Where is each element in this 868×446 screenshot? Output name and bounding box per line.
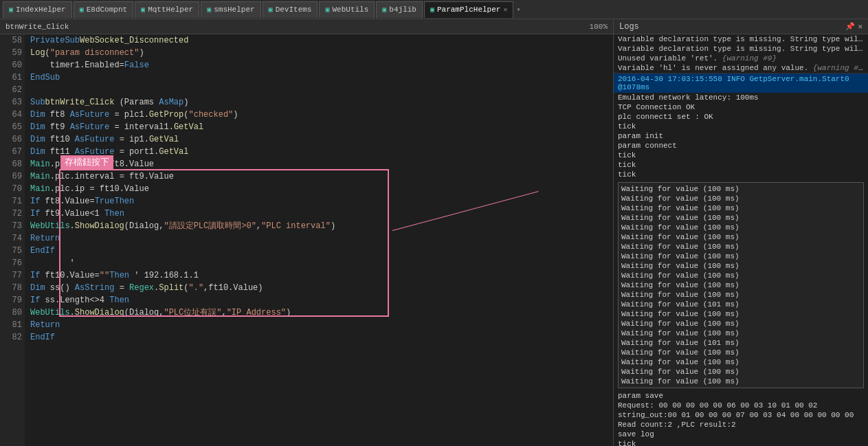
waiting-line: Waiting for value (100 ms) <box>621 232 860 242</box>
code-line: Main.plc.ip = ft10.Value <box>30 183 608 195</box>
bottom-log-section: param saveRequest: 00 00 00 00 00 06 00 … <box>614 391 868 446</box>
waiting-line: Waiting for value (101 ms) <box>621 338 860 348</box>
log-line: tick <box>614 160 868 170</box>
code-line: If ft9.Value<1 Then <box>30 208 608 220</box>
tab-e8dcompnt[interactable]: ▣ E8dCompnt <box>74 1 133 18</box>
code-content[interactable]: 存檔鈕按下 Private Sub WebSocket_Disconnected… <box>25 34 613 446</box>
code-line: Log("param disconnect") <box>30 47 608 59</box>
bottom-log-line: save log <box>614 430 868 439</box>
tab-indexhelper[interactable]: ▣ IndexHelper <box>3 1 72 18</box>
tab-label-webutils: WebUtils <box>332 5 368 14</box>
warnings-section: Variable declaration type is missing. St… <box>614 34 868 74</box>
waiting-box: Waiting for value (100 ms)Waiting for va… <box>618 182 864 388</box>
waiting-line: Waiting for value (100 ms) <box>621 357 860 367</box>
waiting-line: Waiting for value (100 ms) <box>621 328 860 338</box>
tab-icon-b4jlib: ▣ <box>382 5 386 14</box>
warning-line: Variable declaration type is missing. St… <box>614 44 868 54</box>
log-line: tick <box>614 150 868 160</box>
code-line: WebUtils.ShowDialog(Dialog,"PLC位址有誤","IP… <box>30 306 608 319</box>
waiting-line: Waiting for value (100 ms) <box>621 184 860 194</box>
warning-line: Variable declaration type is missing. St… <box>614 34 868 44</box>
logs-pin-icon[interactable]: 📌 <box>845 22 855 31</box>
waiting-line: Waiting for value (100 ms) <box>621 252 860 261</box>
tab-paramplchelper[interactable]: ▣ ParamPlcHelper ✕ <box>424 1 513 18</box>
logs-title: Logs <box>619 22 639 32</box>
code-line: Dim ft10 As Future = ip1.GetVal <box>30 133 608 146</box>
waiting-line: Waiting for value (100 ms) <box>621 309 860 319</box>
code-line: If ss.Length<>4 Then <box>30 294 608 306</box>
waiting-line: Waiting for value (100 ms) <box>621 280 860 290</box>
logs-body[interactable]: Variable declaration type is missing. St… <box>614 34 868 446</box>
waiting-line: Waiting for value (100 ms) <box>621 261 860 271</box>
waiting-line: Waiting for value (100 ms) <box>621 290 860 300</box>
code-line: End Sub <box>30 71 608 84</box>
log-line: param init <box>614 131 868 141</box>
tab-icon-webutils: ▣ <box>325 5 329 14</box>
tab-label-e8dcompnt: E8dCompnt <box>87 5 127 14</box>
code-line: Return <box>30 232 608 245</box>
bottom-log-line: Request: 00 00 00 00 00 06 00 03 10 01 0… <box>614 401 868 410</box>
waiting-line: Waiting for value (100 ms) <box>621 367 860 377</box>
code-panel: btnWrite_Click 100% 58596061626364656667… <box>0 19 614 446</box>
code-line: Main.plc.interval = ft9.Value <box>30 170 608 183</box>
log-lines-section: Emulated network latency: 100msTCP Conne… <box>614 93 868 179</box>
code-line: ' <box>30 257 608 269</box>
tab-icon-devitems: ▣ <box>269 5 273 14</box>
bottom-log-line: Read count:2 ,PLC result:2 <box>614 420 868 430</box>
tab-close-paramplchelper[interactable]: ✕ <box>503 5 507 14</box>
tab-label-paramplchelper: ParamPlcHelper <box>437 5 500 14</box>
log-line: Emulated network latency: 100ms <box>614 93 868 102</box>
tab-icon-smshelper: ▣ <box>207 5 211 14</box>
code-line: Return <box>30 319 608 331</box>
timestamp-line: 2016-04-30 17:03:15:558 INFO GetpServer.… <box>614 74 868 93</box>
tab-label-mqtthelper: MqttHelper <box>148 5 193 14</box>
code-line: If ft8.Value=True Then <box>30 195 608 208</box>
code-filename: btnWrite_Click <box>5 23 69 31</box>
code-line: Dim ft11 As Future = port1.GetVal <box>30 146 608 158</box>
bottom-log-line: param save <box>614 391 868 401</box>
tab-dropdown-button[interactable]: ▾ <box>516 5 520 14</box>
warning-line: Variable 'hl' is never assigned any valu… <box>614 63 868 73</box>
tab-label-smshelper: smsHelper <box>214 5 254 14</box>
line-numbers: 5859606162636465666768697071727374757677… <box>0 34 25 446</box>
code-line: timer1.Enabled=False <box>30 59 608 71</box>
tab-devitems[interactable]: ▣ DevItems <box>263 1 318 18</box>
code-line: Dim ft8 As Future = plc1.GetProp("checke… <box>30 109 608 121</box>
zoom-level: 100% <box>590 23 608 31</box>
tab-bar: ▣ IndexHelper ▣ E8dCompnt ▣ MqttHelper ▣… <box>0 0 868 19</box>
waiting-line: Waiting for value (100 ms) <box>621 271 860 280</box>
tab-label-b4jlib: b4jlib <box>389 5 416 14</box>
logs-panel: Logs 📌 ✕ Variable declaration type is mi… <box>614 19 868 446</box>
log-line: tick <box>614 170 868 179</box>
tab-b4jlib[interactable]: ▣ b4jlib <box>376 1 423 18</box>
tab-mqtthelper[interactable]: ▣ MqttHelper <box>135 1 199 18</box>
code-line: Private Sub WebSocket_Disconnected <box>30 34 608 47</box>
code-line: Dim ss() As String = Regex.Split(".",ft1… <box>30 282 608 294</box>
logs-header-icons: 📌 ✕ <box>845 22 863 31</box>
tab-icon-indexhelper: ▣ <box>9 5 13 14</box>
code-line: Dim ft9 As Future = interval1.GetVal <box>30 121 608 133</box>
waiting-line: Waiting for value (100 ms) <box>621 377 860 386</box>
waiting-line: Waiting for value (100 ms) <box>621 194 860 203</box>
logs-close-icon[interactable]: ✕ <box>858 22 863 31</box>
tab-webutils[interactable]: ▣ WebUtils <box>319 1 375 18</box>
waiting-line: Waiting for value (101 ms) <box>621 300 860 309</box>
code-body: 5859606162636465666768697071727374757677… <box>0 34 613 446</box>
code-line: Sub btnWrite_Click (Params As Map) <box>30 96 608 109</box>
code-line: End If <box>30 331 608 344</box>
warning-line: Unused variable 'ret'. {warning #9} <box>614 54 868 63</box>
log-line: param connect <box>614 141 868 150</box>
log-line: TCP Connection OK <box>614 102 868 112</box>
bottom-log-line: tick <box>614 439 868 446</box>
tab-label-indexhelper: IndexHelper <box>16 5 66 14</box>
waiting-line: Waiting for value (100 ms) <box>621 223 860 232</box>
waiting-line: Waiting for value (100 ms) <box>621 348 860 357</box>
tab-smshelper[interactable]: ▣ smsHelper <box>201 1 260 18</box>
code-line: If ft10.Value="" Then ' 192.168.1.1 <box>30 269 608 282</box>
code-line: End If <box>30 245 608 257</box>
log-line: plc connect1 set : OK <box>614 112 868 122</box>
code-header: btnWrite_Click 100% <box>0 19 613 34</box>
code-line <box>30 84 608 96</box>
waiting-line: Waiting for value (100 ms) <box>621 319 860 328</box>
code-line: WebUtils.ShowDialog(Dialog,"請設定PLC讀取時間>0… <box>30 220 608 232</box>
